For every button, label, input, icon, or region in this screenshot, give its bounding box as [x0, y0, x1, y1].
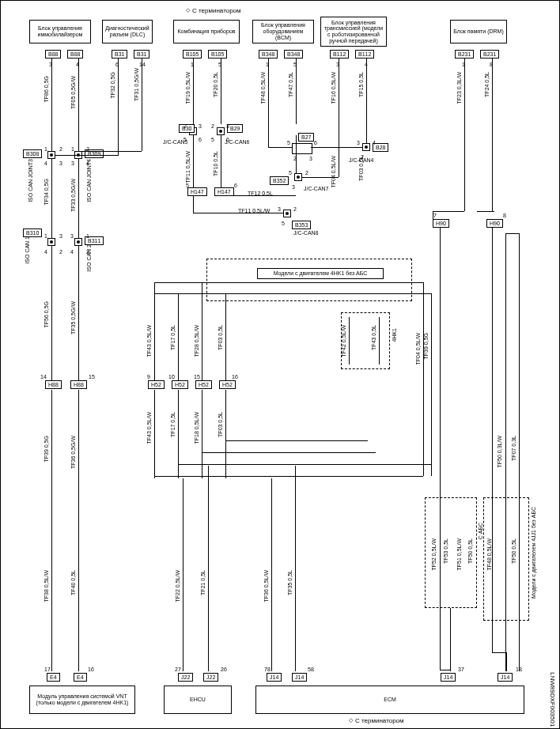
- pin3-b353: 3: [278, 206, 281, 212]
- pin5-b352: 5: [289, 170, 292, 176]
- bottom-terminator: С терминатором: [355, 717, 404, 724]
- wl-tf40: TF40 0,5L: [70, 570, 76, 595]
- conn-b348b: B348: [284, 50, 303, 59]
- dot: [77, 240, 80, 244]
- pin37-j14c: 37: [458, 667, 464, 672]
- wire: [51, 246, 52, 380]
- pin-3-j4a: 3: [71, 161, 74, 166]
- wl-tf17: TF17 0,5L: [170, 325, 176, 350]
- pin3-ic1: 3: [59, 233, 62, 239]
- wire: [225, 440, 368, 441]
- block-immobilizer: Блок управления иммобилайзером: [29, 20, 91, 43]
- wire: [193, 196, 194, 213]
- wl-tf35: TF35 0,5G/W: [70, 301, 76, 334]
- wire: [221, 195, 296, 196]
- conn-b105b: B105: [208, 50, 227, 59]
- wire: [51, 58, 52, 151]
- wire: [423, 282, 424, 476]
- pin16-e4: 16: [88, 667, 94, 672]
- wire: [178, 390, 179, 478]
- wire: [302, 177, 339, 178]
- wl-tf20: TF20 0,5L: [213, 72, 218, 97]
- wire: [202, 390, 202, 478]
- wire: [154, 390, 155, 478]
- pin3-ic2: 3: [70, 233, 74, 239]
- wl-tf48: TF48 0,5L/W: [260, 72, 266, 104]
- wl-tf04b: TF04 0,5L/W: [415, 333, 421, 364]
- wire: [477, 211, 494, 212]
- pin-2-j3: 2: [59, 146, 62, 152]
- pin5-b353: 5: [282, 221, 285, 226]
- wl-tf51: TF51 0,5L/W: [456, 538, 462, 570]
- pin10: 10: [168, 374, 175, 380]
- pin16h: 16: [232, 374, 238, 380]
- pin2-c5: 2: [184, 123, 187, 129]
- note-4hk1-abs: Модели с двигателем 4HK1 без АБС: [257, 268, 384, 279]
- wire: [268, 147, 292, 148]
- pin26-j22: 26: [221, 667, 227, 672]
- pin14h88: 14: [40, 374, 47, 380]
- conn-h88b: H88: [70, 380, 87, 389]
- wire: [193, 213, 283, 213]
- wire: [311, 147, 362, 148]
- conn-j14c: J14: [441, 673, 456, 682]
- wl-tf34: TF34 0,5G: [44, 179, 49, 205]
- block-ehcu: EHCU: [164, 686, 232, 714]
- wl-tf39g: TF39 0,5G: [44, 436, 49, 462]
- wire: [268, 124, 269, 148]
- pin5-c5: 5: [184, 137, 187, 142]
- conn-b88b: B88: [67, 50, 83, 59]
- pin3-c5: 3: [199, 123, 202, 129]
- wire: [118, 108, 119, 156]
- pin-1-j4: 1: [71, 146, 74, 152]
- wire: [505, 233, 519, 234]
- pin2-ic2: 2: [86, 249, 89, 255]
- wl-tf50c: TF50 0,5L: [511, 538, 516, 564]
- wl-tf22: TF22 0,5L/W: [175, 570, 180, 602]
- block-ecm: ECM: [255, 686, 524, 714]
- lbl-can8: J/C-CAN8: [293, 230, 319, 236]
- wiring-diagram: С терминатором ◇ Блок управления иммобил…: [0, 0, 560, 729]
- wl-tf10: TF10 0,5L: [213, 151, 218, 176]
- pin3-c4: 3: [357, 140, 360, 145]
- pin7-h90: 7: [433, 213, 437, 218]
- jc-box-b27: [292, 143, 312, 154]
- wl-tf04: TF04 0,5L/W: [331, 156, 336, 187]
- pin4-ic2: 4: [70, 249, 74, 255]
- wire: [506, 652, 507, 671]
- note-4jj1: Модели с двигателем 4JJ1 без АБС: [531, 507, 536, 599]
- wl-tf48b: TF48 0,5L/W: [486, 538, 492, 570]
- pin78-j14: 78: [264, 667, 271, 672]
- conn-h147a: H147: [187, 187, 207, 196]
- pin15h88: 15: [89, 374, 95, 380]
- wl-tf11: TF11 0,5L/W: [185, 151, 191, 183]
- conn-h52c: H52: [195, 380, 212, 389]
- pin-4-j4a: 4: [86, 161, 89, 166]
- lbl-joint3: ISO CAN JOINT3: [28, 159, 33, 202]
- wl-tf21: TF21 0,5L: [200, 570, 206, 595]
- conn-e4b: E4: [74, 673, 87, 682]
- conn-h52b: H52: [172, 380, 188, 389]
- wire: [51, 390, 52, 671]
- wl-tf43c: TF43 0,5L/W: [146, 412, 152, 444]
- wl-tf03c: TF03 0,5L: [218, 412, 223, 437]
- wire: [431, 293, 432, 476]
- pin5-b27: 5: [287, 140, 290, 145]
- conn-j14d: J14: [498, 673, 513, 682]
- lbl-can7: J/C-CAN7: [304, 186, 329, 191]
- dot: [297, 176, 300, 179]
- conn-j22b: J22: [203, 673, 218, 682]
- pin17-e4: 17: [44, 667, 51, 672]
- block-diag: Диагностический разъем (DLC): [102, 20, 153, 43]
- wire: [51, 159, 52, 238]
- wire: [225, 390, 226, 478]
- conn-j14a: J14: [267, 673, 282, 682]
- wire: [440, 670, 451, 670]
- pin3-c6: 3: [226, 123, 229, 129]
- dot: [286, 212, 289, 215]
- wire: [339, 155, 339, 177]
- dot: [50, 153, 53, 157]
- block-trans: Блок управления трансмиссией (модели с р…: [320, 17, 387, 47]
- wl-tf50a: TF50 0,3L/W: [497, 436, 502, 467]
- pin18-j14d: 18: [516, 667, 522, 672]
